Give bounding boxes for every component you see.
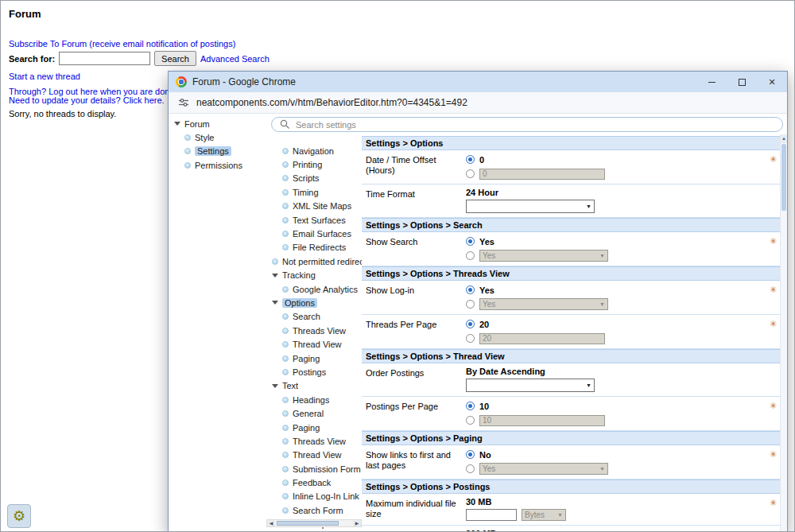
settings-search-input[interactable]	[296, 120, 774, 130]
tree-item-thread-view[interactable]: Thread View	[266, 337, 362, 351]
minimize-button[interactable]	[696, 72, 727, 92]
tree-item-text-surfaces[interactable]: Text Surfaces	[266, 213, 362, 227]
tree-item-google-analytics[interactable]: Google Analytics	[266, 282, 362, 296]
size-value-input[interactable]	[466, 509, 517, 521]
value-dropdown[interactable]: ▼	[466, 200, 595, 213]
hscroll-track[interactable]	[275, 520, 353, 526]
tree-item-email-surfaces[interactable]: Email Surfaces	[266, 227, 362, 240]
radio-custom-value[interactable]	[466, 251, 475, 260]
collapse-arrow-icon[interactable]	[272, 384, 278, 388]
setting-value: 20	[479, 320, 489, 329]
reset-default-icon[interactable]: ✳	[770, 155, 777, 164]
tree-item-search[interactable]: Search	[266, 310, 362, 324]
advanced-search-link[interactable]: Advanced Search	[200, 54, 270, 64]
scroll-right-arrow-icon[interactable]: ▶	[353, 520, 361, 526]
tree-item-printing[interactable]: Printing	[266, 157, 362, 171]
reset-default-icon[interactable]: ✳	[770, 237, 777, 246]
collapse-arrow-icon[interactable]	[272, 301, 278, 305]
tree-item-label: Text Surfaces	[293, 216, 346, 225]
radio-current-value[interactable]	[466, 320, 475, 328]
scroll-up-arrow-icon[interactable]: ▲	[781, 134, 787, 143]
horizontal-scrollbar[interactable]: ◀ ▶	[266, 519, 362, 527]
start-thread-link[interactable]: Start a new thread	[9, 72, 80, 81]
radio-custom-value[interactable]	[466, 464, 475, 473]
radio-custom-value[interactable]	[466, 169, 475, 178]
tree-item-xml-site-maps[interactable]: XML Site Maps	[266, 200, 362, 213]
nav-item-label: Forum	[184, 119, 210, 129]
bullet-icon	[184, 162, 191, 169]
forum-search-button[interactable]: Search	[154, 51, 196, 66]
bullet-icon	[282, 397, 289, 403]
setting-controls: 24 Hour▼	[466, 188, 764, 213]
nav-item-permissions[interactable]: Permissions	[169, 158, 266, 172]
value-dropdown[interactable]: ▼	[466, 379, 595, 392]
tree-item-paging[interactable]: Paging	[266, 351, 362, 365]
nav-item-style[interactable]: Style	[169, 130, 266, 144]
tree-item-file-redirects[interactable]: File Redirects	[266, 241, 362, 254]
setting-label: Maximum individual file size	[366, 497, 466, 521]
tree-item-threads-view[interactable]: Threads View	[266, 434, 362, 448]
reset-default-icon[interactable]: ✳	[770, 320, 777, 328]
bullet-icon	[184, 148, 191, 154]
radio-custom-value[interactable]	[466, 300, 475, 309]
radio-current-value[interactable]	[466, 285, 475, 294]
bullet-icon	[272, 258, 278, 265]
tree-item-feedback[interactable]: Feedback	[266, 476, 362, 489]
update-details-link[interactable]: Need to update your details? Click here.	[9, 95, 165, 105]
radio-current-value[interactable]	[466, 155, 475, 164]
vertical-scrollbar[interactable]: ▲	[780, 134, 787, 532]
tree-item-threads-view[interactable]: Threads View	[266, 324, 362, 337]
collapse-arrow-icon[interactable]	[174, 122, 180, 126]
vscroll-thumb[interactable]	[781, 144, 786, 211]
radio-current-value[interactable]	[466, 450, 475, 459]
forum-search-input[interactable]	[59, 52, 150, 65]
nav-item-settings[interactable]: Settings	[169, 145, 266, 158]
nav-item-label: Style	[195, 133, 214, 142]
radio-custom-value[interactable]	[466, 334, 475, 343]
radio-current-value[interactable]	[466, 402, 475, 410]
bullet-icon	[282, 493, 289, 499]
radio-current-value[interactable]	[466, 237, 475, 246]
site-settings-gear-button[interactable]: ⚙	[7, 504, 31, 528]
tree-item-options[interactable]: Options	[266, 296, 362, 309]
hscroll-thumb[interactable]	[277, 521, 339, 526]
reset-default-icon[interactable]: ✳	[770, 450, 777, 459]
tree-item-submission-form[interactable]: Submission Form	[266, 462, 362, 476]
reset-default-icon[interactable]: ✳	[770, 499, 777, 507]
settings-search-box[interactable]	[271, 117, 783, 132]
tree-item-timing[interactable]: Timing	[266, 185, 362, 199]
tree-item-not-permitted-redirecti[interactable]: Not permitted redirecti	[266, 254, 362, 268]
collapse-arrow-icon[interactable]	[272, 274, 278, 278]
url-bar[interactable]: neatcomponents.com/v/htm/BehaviorEditor.…	[169, 92, 787, 114]
tree-item-label: Scripts	[293, 173, 320, 183]
tree-item-postings[interactable]: Postings	[266, 365, 362, 379]
tree-item-thread-view[interactable]: Thread View	[266, 449, 362, 462]
tree-item-text[interactable]: Text	[266, 379, 362, 393]
tree-item-inline-log-in-link[interactable]: Inline Log-In Link	[266, 490, 362, 503]
tree-item-general[interactable]: General	[266, 406, 362, 420]
nav-item-forum[interactable]: Forum	[169, 117, 266, 130]
close-button[interactable]: ✕	[757, 72, 787, 92]
tree-item-label: Feedback	[293, 478, 331, 487]
disabled-value-input	[479, 333, 605, 344]
setting-row: Postings Per Page10✳	[362, 397, 780, 431]
scroll-left-arrow-icon[interactable]: ◀	[267, 520, 275, 526]
bullet-icon	[282, 189, 289, 196]
window-titlebar[interactable]: Forum - Google Chrome ✕	[169, 72, 787, 92]
tree-item-headings[interactable]: Headings	[266, 393, 362, 406]
site-info-icon[interactable]	[178, 97, 189, 108]
reset-default-icon[interactable]: ✳	[770, 402, 777, 410]
tree-item-search-form[interactable]: Search Form	[266, 503, 362, 517]
tree-item-scripts[interactable]: Scripts	[266, 172, 362, 185]
radio-custom-value[interactable]	[466, 416, 475, 425]
tree-item-tracking[interactable]: Tracking	[266, 269, 362, 282]
reset-default-icon[interactable]: ✳	[770, 285, 777, 294]
tree-item-paging[interactable]: Paging	[266, 421, 362, 434]
setting-value: 0	[479, 155, 484, 165]
tree-item-label: Options	[282, 298, 317, 308]
setting-label: Maximum total file size	[366, 529, 466, 532]
maximize-button[interactable]	[727, 72, 757, 92]
setting-value: 10	[479, 402, 489, 411]
tree-item-navigation[interactable]: Navigation	[266, 144, 362, 157]
subscribe-link[interactable]: Subscribe To Forum (receive email notifi…	[9, 39, 235, 49]
